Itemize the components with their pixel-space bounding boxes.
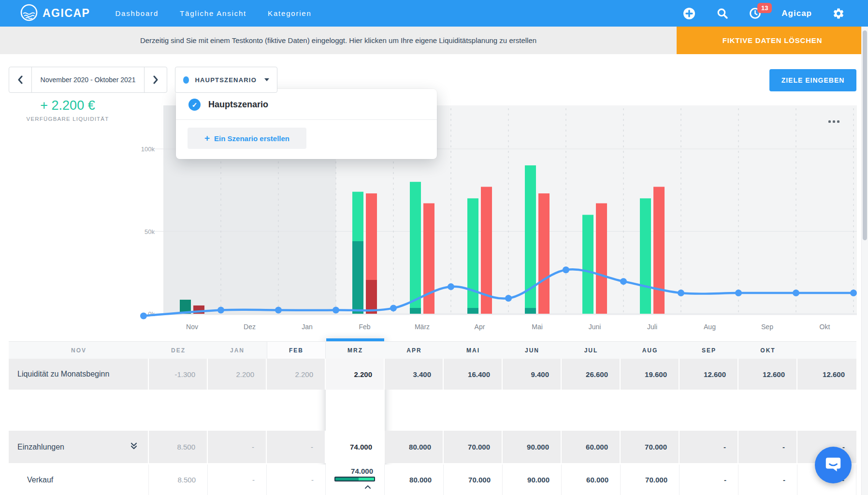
bar-outflow-Mai[interactable]	[538, 193, 550, 314]
settings-gear-icon[interactable]	[832, 7, 845, 20]
cell-verkauf-nov[interactable]: 8.500	[149, 465, 208, 495]
expand-double-chevron-icon[interactable]	[130, 441, 138, 453]
bar-inflow-Apr[interactable]	[467, 198, 478, 314]
cell-verkauf-aug[interactable]: -	[680, 465, 738, 495]
create-scenario-button[interactable]: + Ein Szenario erstellen	[188, 128, 306, 149]
bar-outflow-realized-Feb[interactable]	[366, 280, 377, 314]
chat-messenger-button[interactable]	[815, 447, 852, 483]
row-label-verkauf[interactable]: Verkauf	[9, 465, 149, 495]
liquidity-point-10[interactable]	[735, 290, 742, 296]
cell-inflows-mai[interactable]: 90.000	[503, 431, 562, 463]
bar-inflow-Juli[interactable]	[640, 198, 651, 314]
collapse-chevron-up-icon[interactable]	[364, 482, 371, 491]
column-header-jun[interactable]: JUN	[503, 342, 562, 359]
chevron-down-icon	[264, 78, 269, 81]
cell-verkauf-jul[interactable]: 70.000	[621, 465, 680, 495]
bar-inflow-realized-März[interactable]	[410, 308, 421, 314]
cell-liquidity-okt[interactable]: 12.600	[797, 359, 856, 390]
cell-liquidity-mrz[interactable]: 3.400	[385, 359, 444, 390]
cell-liquidity-nov[interactable]: -1.300	[149, 359, 208, 390]
column-header-okt[interactable]: OKT	[738, 342, 797, 359]
liquidity-point-3[interactable]	[333, 306, 339, 313]
nav-item-taegliche-ansicht[interactable]: Tägliche Ansicht	[180, 9, 246, 17]
enter-goals-button[interactable]: ZIELE EINGEBEN	[769, 69, 856, 91]
notification-badge: 13	[757, 3, 772, 13]
cell-liquidity-jan[interactable]: 2.200	[267, 359, 326, 390]
bar-inflow-März[interactable]	[410, 182, 421, 314]
cell-inflows-aug[interactable]: -	[680, 431, 738, 463]
cell-verkauf-feb[interactable]: 74.000	[326, 465, 385, 495]
previous-period-button[interactable]	[9, 67, 32, 92]
cell-liquidity-mai[interactable]: 9.400	[503, 359, 562, 390]
column-header-feb[interactable]: FEB	[267, 342, 326, 359]
history-clock-icon[interactable]: 13	[749, 7, 761, 20]
cell-verkauf-dez[interactable]: -	[208, 465, 267, 495]
column-header-jan[interactable]: JAN	[208, 342, 267, 359]
cell-inflows-mrz[interactable]: 80.000	[385, 431, 444, 463]
cell-inflows-sep[interactable]: -	[738, 431, 797, 463]
column-header-jul[interactable]: JUL	[562, 342, 621, 359]
liquidity-point-4[interactable]	[390, 305, 397, 311]
bar-outflow-Juni[interactable]	[596, 204, 607, 314]
column-header-apr[interactable]: APR	[385, 342, 444, 359]
bar-inflow-realized-Apr[interactable]	[467, 308, 478, 314]
column-header-mrz[interactable]: MRZ	[326, 342, 385, 359]
user-account-label[interactable]: Agicap	[781, 9, 812, 18]
bar-inflow-realized-Mai[interactable]	[525, 308, 536, 314]
banner-message[interactable]: Derzeitig sind Sie mit einem Testkonto (…	[0, 27, 677, 54]
cell-inflows-jul[interactable]: 70.000	[621, 431, 680, 463]
cell-liquidity-jun[interactable]: 26.600	[562, 359, 621, 390]
x-axis-label-Jan: Jan	[302, 323, 313, 331]
cell-verkauf-apr[interactable]: 70.000	[444, 465, 503, 495]
cell-verkauf-jan[interactable]: -	[267, 465, 326, 495]
cell-liquidity-dez[interactable]: 2.200	[208, 359, 267, 390]
column-header-nov[interactable]: NOV	[9, 342, 149, 359]
liquidity-point-6[interactable]	[505, 295, 512, 302]
chart-options-icon[interactable]	[828, 120, 839, 123]
liquidity-point-8[interactable]	[620, 278, 627, 285]
agicap-logo[interactable]: AGICAP	[19, 3, 90, 24]
table-row-verkauf: Verkauf 8.500--74.00080.00070.00090.0006…	[9, 465, 856, 495]
cell-verkauf-mrz[interactable]: 80.000	[385, 465, 444, 495]
add-icon[interactable]	[683, 7, 695, 20]
cell-liquidity-feb[interactable]: 2.200	[326, 359, 385, 390]
bar-outflow-März[interactable]	[423, 204, 434, 314]
cell-inflows-jan[interactable]: -	[267, 431, 326, 463]
cell-inflows-nov[interactable]: 8.500	[149, 431, 208, 463]
cell-verkauf-sep[interactable]: -	[738, 465, 797, 495]
liquidity-point-12[interactable]	[850, 290, 857, 296]
cell-liquidity-apr[interactable]: 16.400	[444, 359, 503, 390]
bar-inflow-Juni[interactable]	[582, 215, 593, 314]
liquidity-point-9[interactable]	[678, 290, 684, 296]
row-label-einzahlungen[interactable]: Einzahlungen	[9, 431, 149, 463]
liquidity-point-2[interactable]	[275, 306, 282, 313]
liquidity-point-11[interactable]	[793, 290, 799, 296]
nav-item-dashboard[interactable]: Dashboard	[115, 9, 159, 17]
column-header-dez[interactable]: DEZ	[149, 342, 208, 359]
cell-inflows-feb[interactable]: 74.000	[326, 431, 385, 463]
search-icon[interactable]	[716, 7, 728, 20]
liquidity-point-0[interactable]	[140, 312, 147, 319]
cell-verkauf-mai[interactable]: 90.000	[503, 465, 562, 495]
page-scrollbar[interactable]	[861, 27, 868, 495]
next-period-button[interactable]	[144, 67, 167, 92]
cell-verkauf-jun[interactable]: 60.000	[562, 465, 621, 495]
bar-outflow-Juli[interactable]	[653, 187, 665, 314]
column-header-sep[interactable]: SEP	[680, 342, 738, 359]
liquidity-point-1[interactable]	[217, 306, 224, 313]
scenario-dropdown-button[interactable]: HAUPTSZENARIO	[175, 67, 277, 93]
cell-liquidity-sep[interactable]: 12.600	[738, 359, 797, 390]
column-header-aug[interactable]: AUG	[621, 342, 680, 359]
cell-liquidity-jul[interactable]: 19.600	[621, 359, 680, 390]
nav-item-kategorien[interactable]: Kategorien	[268, 9, 312, 17]
column-header-mai[interactable]: MAI	[444, 342, 503, 359]
liquidity-point-7[interactable]	[563, 266, 569, 273]
liquidity-point-5[interactable]	[448, 283, 454, 290]
cell-inflows-apr[interactable]: 70.000	[444, 431, 503, 463]
scrollbar-thumb[interactable]	[863, 30, 867, 240]
cell-inflows-jun[interactable]: 60.000	[562, 431, 621, 463]
delete-fake-data-button[interactable]: FIKTIVE DATEN LÖSCHEN	[677, 27, 868, 54]
cell-liquidity-aug[interactable]: 12.600	[680, 359, 738, 390]
cell-inflows-dez[interactable]: -	[208, 431, 267, 463]
bar-inflow-realized-Feb[interactable]	[352, 241, 363, 314]
